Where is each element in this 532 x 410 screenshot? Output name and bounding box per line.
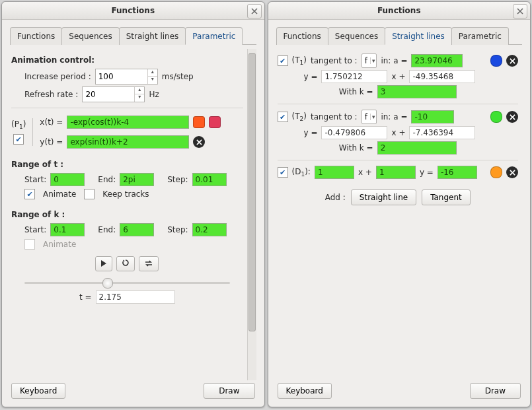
titlebar[interactable]: Functions (2, 2, 264, 20)
titlebar[interactable]: Functions (268, 2, 531, 20)
t-slider[interactable] (24, 277, 230, 289)
tab-sequences[interactable]: Sequences (61, 27, 119, 45)
t1-enable-checkbox[interactable] (278, 55, 288, 66)
delete-icon[interactable] (193, 136, 205, 148)
k-step-input[interactable] (192, 223, 227, 236)
window-functions-parametric: Functions Functions Sequences Straight l… (1, 1, 265, 407)
tab-parametric[interactable]: Parametric (185, 27, 243, 45)
k-start-label: Start: (24, 225, 46, 234)
chevron-down-icon: ▾ (370, 114, 377, 120)
t1-color-swatch[interactable] (490, 55, 502, 67)
refresh-rate-unit: Hz (149, 90, 159, 99)
t1-xplus-label: x + (391, 72, 405, 81)
param-enable-checkbox[interactable] (13, 134, 24, 145)
k-animate-checkbox[interactable] (24, 239, 35, 250)
t-start-label: Start: (24, 175, 46, 184)
t1-func-select[interactable]: f▾ (361, 53, 377, 68)
close-icon[interactable] (513, 4, 527, 18)
t1-a-input[interactable] (411, 54, 463, 67)
range-t-header: Range of t : (11, 160, 243, 169)
spin-down-icon[interactable]: ▾ (135, 94, 144, 101)
x-of-t-input[interactable] (67, 116, 189, 129)
k-step-label: Step: (167, 225, 188, 234)
t-end-label: End: (98, 175, 116, 184)
tab-functions[interactable]: Functions (276, 27, 328, 45)
delete-icon[interactable] (506, 55, 518, 67)
d1-name: (D1): (292, 167, 311, 178)
refresh-rate-value[interactable] (83, 87, 134, 102)
x-of-t-label: x(t) = (40, 118, 63, 127)
loop-button[interactable] (139, 256, 159, 271)
refresh-rate-input[interactable]: ▴▾ (82, 86, 145, 102)
y-of-t-label: y(t) = (40, 137, 63, 147)
increase-period-unit: ms/step (162, 72, 194, 81)
tab-sequences[interactable]: Sequences (328, 27, 385, 45)
spin-down-icon[interactable]: ▾ (148, 77, 157, 83)
t2-color-swatch[interactable] (490, 111, 502, 123)
d1-enable-checkbox[interactable] (278, 167, 288, 178)
tab-straight-lines[interactable]: Straight lines (385, 27, 452, 45)
close-icon[interactable] (247, 4, 262, 18)
delete-icon[interactable] (506, 111, 518, 123)
scrollbar[interactable] (247, 49, 256, 380)
t-start-input[interactable] (50, 173, 85, 186)
tab-functions[interactable]: Functions (10, 27, 62, 45)
t2-yeq-label: y = (304, 128, 318, 137)
t1-name: (T1) (292, 55, 307, 66)
k-start-input[interactable] (50, 223, 85, 236)
color-swatch-1[interactable] (193, 116, 205, 128)
t2-enable-checkbox[interactable] (278, 112, 288, 122)
parametric-panel: Animation control: Increase period : ▴▾ … (10, 49, 247, 380)
scrollbar-thumb[interactable] (248, 53, 256, 331)
keyboard-button[interactable]: Keyboard (278, 383, 332, 399)
add-straight-line-button[interactable]: Straight line (351, 189, 416, 205)
k-end-input[interactable] (120, 223, 154, 236)
t-value-input[interactable] (96, 290, 175, 304)
t-animate-checkbox[interactable] (24, 189, 35, 199)
y-of-t-input[interactable] (67, 135, 189, 149)
animation-control-header: Animation control: (11, 55, 243, 65)
tab-straight-lines[interactable]: Straight lines (119, 27, 186, 45)
t1-slope-input[interactable] (321, 70, 387, 83)
t2-intercept-input[interactable] (409, 126, 475, 139)
increase-period-value[interactable] (96, 69, 147, 84)
refresh-rate-label: Refresh rate : (24, 90, 78, 99)
d1-xcoef-input[interactable] (315, 166, 354, 179)
tab-parametric[interactable]: Parametric (451, 27, 509, 45)
reset-button[interactable] (116, 256, 135, 271)
t-step-input[interactable] (192, 173, 227, 186)
add-tangent-button[interactable]: Tangent (422, 189, 471, 205)
t2-k-input[interactable] (377, 141, 457, 154)
t2-func-select[interactable]: f▾ (361, 110, 377, 124)
straight-lines-panel: (T1) tangent to : f▾ in: a = y = x + Wit… (276, 49, 523, 380)
t2-xplus-label: x + (391, 128, 405, 137)
d1-yeq-label: y = (420, 168, 434, 177)
increase-period-input[interactable]: ▴▾ (95, 69, 158, 85)
t1-intercept-input[interactable] (409, 70, 475, 83)
t-end-input[interactable] (120, 173, 154, 186)
t2-tangent-label: tangent to : (311, 112, 358, 121)
t1-k-input[interactable] (377, 85, 457, 98)
k-animate-label: Animate (43, 240, 76, 249)
color-swatch-2[interactable] (209, 116, 221, 128)
t2-withk-label: With k = (339, 143, 373, 153)
t1-yeq-label: y = (304, 72, 318, 81)
keyboard-button[interactable]: Keyboard (11, 383, 65, 399)
delete-icon[interactable] (506, 166, 518, 178)
t2-a-input[interactable] (411, 110, 454, 123)
keep-tracks-checkbox[interactable] (84, 189, 95, 199)
d1-xplus-label: x + (358, 168, 372, 177)
d1-c-input[interactable] (437, 166, 477, 179)
d1-ycoef-input[interactable] (376, 166, 416, 179)
slider-thumb-icon[interactable] (102, 278, 113, 289)
d1-color-swatch[interactable] (490, 166, 502, 178)
keep-tracks-label: Keep tracks (102, 189, 149, 199)
t1-withk-label: With k = (339, 87, 373, 96)
k-end-label: End: (98, 225, 116, 234)
t2-slope-input[interactable] (321, 126, 387, 139)
play-button[interactable] (95, 256, 112, 271)
draw-button[interactable]: Draw (470, 383, 521, 399)
draw-button[interactable]: Draw (204, 383, 254, 399)
t-value-label: t = (79, 292, 92, 302)
window-functions-straightlines: Functions Functions Sequences Straight l… (268, 1, 531, 407)
